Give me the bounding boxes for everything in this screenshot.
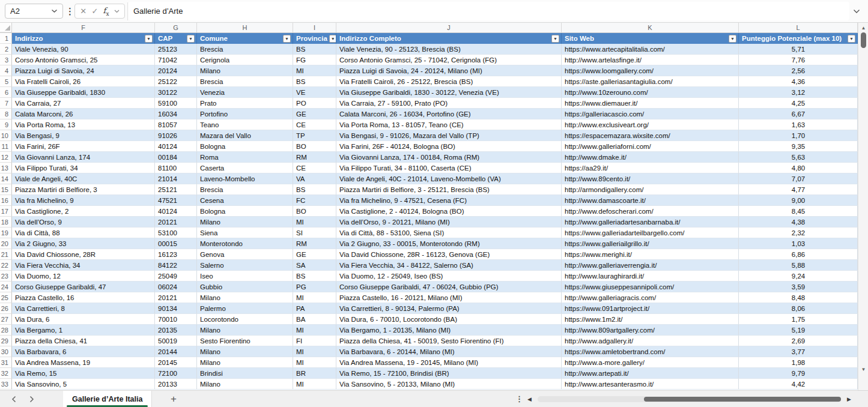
cell-provincia[interactable]: VE <box>293 87 336 98</box>
cell-provincia[interactable]: GE <box>293 249 336 260</box>
cell-indirizzo-completo[interactable]: Via Porta Roma, 13 - 81057, Teano (CE) <box>336 119 562 130</box>
row-number[interactable]: 30 <box>0 346 12 357</box>
cell-punteggio[interactable]: 5,63 <box>739 152 858 163</box>
cell-comune[interactable]: Iseo <box>197 271 293 282</box>
cell-sito-web[interactable]: https://www.galleriailgrillo.it/ <box>562 238 739 249</box>
cell-cap[interactable]: 25122 <box>155 76 197 87</box>
cell-indirizzo[interactable]: Via Duomo, 12 <box>12 271 155 282</box>
row-number[interactable]: 14 <box>0 173 12 184</box>
cell-sito-web[interactable]: http://www.809artgallery.com/ <box>562 325 739 336</box>
row-number[interactable]: 5 <box>0 76 12 87</box>
cell-provincia[interactable]: BA <box>293 314 336 325</box>
prev-sheet-icon[interactable] <box>8 394 19 405</box>
cell-cap[interactable]: 20145 <box>155 357 197 368</box>
cell-indirizzo-completo[interactable]: Corso Antonio Gramsci, 25 - 71042, Cerig… <box>336 55 562 65</box>
cell-indirizzo[interactable]: Via Barbavara, 6 <box>12 346 155 357</box>
scroll-right-icon[interactable]: ▶ <box>847 396 851 402</box>
row-number[interactable]: 11 <box>0 141 12 152</box>
cell-punteggio[interactable]: 9,35 <box>739 141 858 152</box>
cell-provincia[interactable]: BS <box>293 76 336 87</box>
cell-indirizzo-completo[interactable]: Via Fiera Vecchia, 34 - 84122, Salerno (… <box>336 260 562 271</box>
row-number[interactable]: 9 <box>0 119 12 130</box>
cell-provincia[interactable]: BS <box>293 184 336 195</box>
cell-punteggio[interactable]: 1,03 <box>739 238 858 249</box>
select-all-corner[interactable] <box>0 23 12 32</box>
header-cell-indirizzo[interactable]: Indirizzo ▼ <box>12 33 155 44</box>
cell-comune[interactable]: Bologna <box>197 141 293 152</box>
cell-punteggio[interactable]: 2,32 <box>739 228 858 238</box>
cell-comune[interactable]: Milano <box>197 217 293 228</box>
cell-indirizzo[interactable]: Via Andrea Massena, 19 <box>12 357 155 368</box>
cell-indirizzo[interactable]: Via Bergamo, 1 <box>12 325 155 336</box>
cell-comune[interactable]: Bologna <box>197 206 293 217</box>
cell-sito-web[interactable]: http://www.89cento.it/ <box>562 173 739 184</box>
row-number[interactable]: 24 <box>0 282 12 292</box>
cell-comune[interactable]: Milano <box>197 325 293 336</box>
row-number[interactable]: 29 <box>0 336 12 346</box>
cell-comune[interactable]: Brindisi <box>197 368 293 379</box>
cell-indirizzo[interactable]: Corso Giuseppe Garibaldi, 47 <box>12 282 155 292</box>
next-sheet-icon[interactable] <box>26 394 37 405</box>
row-number[interactable]: 31 <box>0 357 12 368</box>
cell-punteggio[interactable]: 2,69 <box>739 336 858 346</box>
horizontal-scrollbar-thumb[interactable] <box>644 397 841 402</box>
scroll-down-icon[interactable]: ▼ <box>858 367 868 372</box>
cell-indirizzo-completo[interactable]: Via Bergamo, 1 - 20135, Milano (MI) <box>336 325 562 336</box>
row-number[interactable]: 22 <box>0 260 12 271</box>
cell-sito-web[interactable]: https://www.1m2.it/ <box>562 314 739 325</box>
cell-indirizzo[interactable]: Via Dura, 6 <box>12 314 155 325</box>
cell-provincia[interactable]: MI <box>293 325 336 336</box>
cell-sito-web[interactable]: https://aste.galleriasantagiulia.com/ <box>562 76 739 87</box>
cell-cap[interactable]: 25049 <box>155 271 197 282</box>
row-number[interactable]: 28 <box>0 325 12 336</box>
cell-sito-web[interactable]: http://www.galleriadartesanbarnaba.it/ <box>562 217 739 228</box>
header-cell-punteggio[interactable]: Punteggio Potenziale (max 10) ▼ <box>739 33 858 44</box>
row-number[interactable]: 20 <box>0 238 12 249</box>
cell-indirizzo[interactable]: Via fra Michelino, 9 <box>12 195 155 206</box>
cell-indirizzo[interactable]: Via Filippo Turati, 34 <box>12 163 155 173</box>
cell-punteggio[interactable]: 2,56 <box>739 65 858 76</box>
row-number[interactable]: 3 <box>0 55 12 65</box>
cell-punteggio[interactable]: 1,98 <box>739 357 858 368</box>
row-number[interactable]: 2 <box>0 44 12 55</box>
cell-sito-web[interactable]: https://www.artecapitalitalia.com/ <box>562 44 739 55</box>
cell-comune[interactable]: Salerno <box>197 260 293 271</box>
cell-cap[interactable]: 20121 <box>155 292 197 303</box>
cell-indirizzo-completo[interactable]: Via Andrea Massena, 19 - 20145, Milano (… <box>336 357 562 368</box>
cell-punteggio[interactable]: 8,06 <box>739 303 858 314</box>
cell-indirizzo-completo[interactable]: Via Castiglione, 2 - 40124, Bologna (BO) <box>336 206 562 217</box>
cell-punteggio[interactable]: 7,76 <box>739 55 858 65</box>
cell-sito-web[interactable]: http://www.defoscherari.com/ <box>562 206 739 217</box>
cell-indirizzo[interactable]: Via Carraia, 27 <box>12 98 155 109</box>
cell-punteggio[interactable]: 8,48 <box>739 292 858 303</box>
cell-sito-web[interactable]: http://www.artelasfinge.it/ <box>562 55 739 65</box>
cell-indirizzo[interactable]: Via Bengasi, 9 <box>12 130 155 141</box>
cell-sito-web[interactable]: https://aa29.it/ <box>562 163 739 173</box>
cell-punteggio[interactable]: 5,88 <box>739 260 858 271</box>
row-number[interactable]: 16 <box>0 195 12 206</box>
cell-punteggio[interactable]: 4,38 <box>739 217 858 228</box>
cell-provincia[interactable]: BR <box>293 368 336 379</box>
filter-icon[interactable]: ▼ <box>283 35 291 43</box>
row-number[interactable]: 6 <box>0 87 12 98</box>
cell-indirizzo[interactable]: Via David Chiossone, 28R <box>12 249 155 260</box>
cell-provincia[interactable]: BO <box>293 141 336 152</box>
filter-icon[interactable]: ▼ <box>551 35 559 43</box>
cell-provincia[interactable]: BS <box>293 271 336 282</box>
cell-sito-web[interactable]: https://www.merighi.it/ <box>562 249 739 260</box>
cell-comune[interactable]: Sesto Fiorentino <box>197 336 293 346</box>
cell-indirizzo[interactable]: Via Carrettieri, 8 <box>12 303 155 314</box>
cell-indirizzo-completo[interactable]: Via David Chiossone, 28R - 16123, Genova… <box>336 249 562 260</box>
cell-comune[interactable]: Genova <box>197 249 293 260</box>
cell-provincia[interactable]: VA <box>293 173 336 184</box>
header-cell-sito-web[interactable]: Sito Web ▼ <box>562 33 739 44</box>
cell-provincia[interactable]: CE <box>293 163 336 173</box>
cell-comune[interactable]: Caserta <box>197 163 293 173</box>
cell-comune[interactable]: Laveno-Mombello <box>197 173 293 184</box>
header-cell-provincia[interactable]: Provincia ▼ <box>293 33 336 44</box>
cell-punteggio[interactable]: 4,42 <box>739 379 858 390</box>
cell-punteggio[interactable]: 1,63 <box>739 119 858 130</box>
cell-punteggio[interactable]: 9,79 <box>739 368 858 379</box>
cell-sito-web[interactable]: http://www.adgallery.it/ <box>562 336 739 346</box>
cell-comune[interactable]: Gubbio <box>197 282 293 292</box>
